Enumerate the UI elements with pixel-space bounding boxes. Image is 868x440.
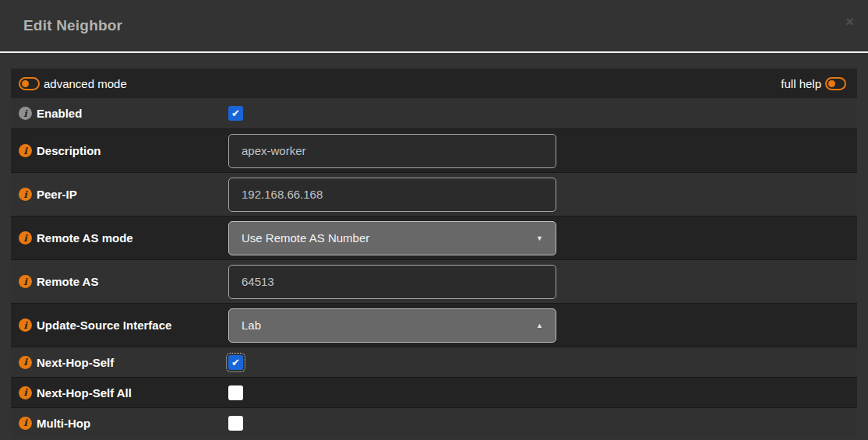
- form-row-remote-as: iRemote AS: [11, 259, 857, 303]
- info-icon[interactable]: i: [19, 356, 32, 369]
- toggle-off-icon: [825, 77, 846, 90]
- info-icon[interactable]: i: [19, 275, 32, 288]
- control-cell-description: [228, 134, 556, 168]
- form-options-row: advanced mode full help: [11, 69, 857, 98]
- caret-up-icon: ▲: [536, 322, 543, 329]
- control-cell-peer-ip: [228, 178, 556, 212]
- selected-option-label: Use Remote AS Number: [242, 231, 369, 245]
- field-label-peer-ip: Peer-IP: [37, 188, 77, 201]
- label-cell-peer-ip: iPeer-IP: [11, 188, 228, 201]
- field-label-multi-hop: Multi-Hop: [37, 417, 90, 430]
- toggle-knob: [22, 80, 29, 87]
- info-icon[interactable]: i: [19, 144, 32, 157]
- info-icon[interactable]: i: [19, 386, 32, 400]
- remote-as-input[interactable]: [228, 265, 556, 299]
- label-cell-remote-as: iRemote AS: [11, 275, 228, 288]
- field-label-remote-as-mode: Remote AS mode: [37, 231, 133, 245]
- neighbor-form-table: advanced mode full help iEnabled✔iDescri…: [11, 69, 857, 438]
- control-cell-multi-hop: [228, 416, 243, 431]
- label-cell-remote-as-mode: iRemote AS mode: [11, 231, 228, 245]
- checkmark-icon: ✔: [231, 357, 240, 368]
- info-icon[interactable]: i: [19, 319, 32, 332]
- control-cell-enabled: ✔: [228, 106, 243, 121]
- field-label-next-hop-self-all: Next-Hop-Self All: [37, 386, 132, 400]
- form-row-peer-ip: iPeer-IP: [11, 172, 857, 216]
- selected-option-label: Lab: [242, 319, 261, 332]
- label-cell-update-source-interface: iUpdate-Source Interface: [11, 319, 228, 332]
- control-cell-next-hop-self-all: [228, 385, 243, 400]
- toggle-off-icon: [19, 77, 40, 90]
- form-rows: iEnabled✔iDescriptioniPeer-IPiRemote AS …: [11, 98, 857, 438]
- info-icon[interactable]: i: [19, 107, 32, 120]
- next-hop-self-checkbox[interactable]: ✔: [228, 355, 243, 370]
- form-row-update-source-interface: iUpdate-Source InterfaceLab▲: [11, 303, 857, 347]
- field-label-update-source-interface: Update-Source Interface: [37, 319, 171, 332]
- form-row-multi-hop: iMulti-Hop: [11, 407, 857, 438]
- label-cell-multi-hop: iMulti-Hop: [11, 417, 228, 430]
- label-cell-enabled: iEnabled: [11, 107, 228, 120]
- multi-hop-checkbox[interactable]: [228, 416, 243, 431]
- enabled-checkbox[interactable]: ✔: [228, 106, 243, 121]
- form-row-remote-as-mode: iRemote AS modeUse Remote AS Number▼: [11, 216, 857, 259]
- toggle-knob: [828, 80, 835, 87]
- field-label-remote-as: Remote AS: [37, 275, 98, 288]
- control-cell-remote-as: [228, 265, 556, 299]
- control-cell-next-hop-self: ✔: [228, 355, 243, 370]
- edit-neighbor-dialog: Edit Neighbor × advanced mode full help …: [0, 0, 868, 440]
- advanced-mode-label: advanced mode: [44, 77, 127, 90]
- remote-as-mode-select[interactable]: Use Remote AS Number▼: [228, 221, 556, 255]
- checkmark-icon: ✔: [231, 108, 240, 118]
- field-label-next-hop-self: Next-Hop-Self: [37, 356, 114, 369]
- form-row-description: iDescription: [11, 128, 857, 172]
- next-hop-self-all-checkbox[interactable]: [228, 385, 243, 400]
- peer-ip-input[interactable]: [228, 178, 556, 212]
- description-input[interactable]: [228, 134, 556, 168]
- label-cell-next-hop-self: iNext-Hop-Self: [11, 356, 228, 369]
- info-icon[interactable]: i: [19, 188, 32, 201]
- label-cell-description: iDescription: [11, 144, 228, 157]
- modal-title: Edit Neighbor: [23, 17, 122, 34]
- full-help-toggle[interactable]: full help: [781, 77, 846, 90]
- advanced-mode-toggle[interactable]: advanced mode: [19, 77, 127, 90]
- label-cell-next-hop-self-all: iNext-Hop-Self All: [11, 386, 228, 400]
- field-label-description: Description: [37, 144, 101, 157]
- form-row-next-hop-self: iNext-Hop-Self✔: [11, 347, 857, 377]
- caret-down-icon: ▼: [536, 234, 543, 242]
- update-source-interface-select[interactable]: Lab▲: [228, 308, 556, 343]
- control-cell-update-source-interface: Lab▲: [228, 308, 556, 343]
- info-icon[interactable]: i: [19, 417, 32, 430]
- field-label-enabled: Enabled: [37, 107, 82, 120]
- info-icon[interactable]: i: [19, 231, 32, 245]
- modal-body: advanced mode full help iEnabled✔iDescri…: [0, 53, 868, 438]
- modal-header: Edit Neighbor ×: [0, 0, 868, 53]
- full-help-label: full help: [781, 77, 821, 90]
- form-row-next-hop-self-all: iNext-Hop-Self All: [11, 377, 857, 407]
- form-row-enabled: iEnabled✔: [11, 98, 857, 128]
- close-icon[interactable]: ×: [845, 14, 854, 29]
- control-cell-remote-as-mode: Use Remote AS Number▼: [228, 221, 556, 255]
